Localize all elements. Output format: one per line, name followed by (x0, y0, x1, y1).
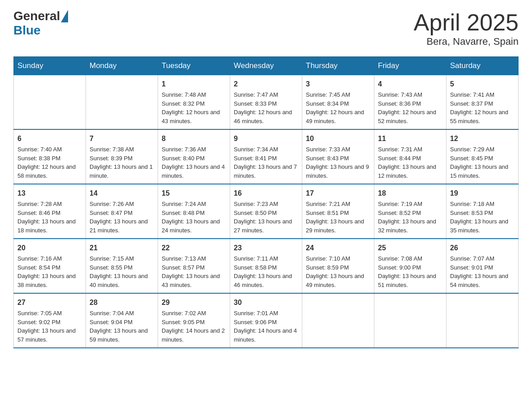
day-number: 18 (378, 188, 442, 199)
day-info: Sunrise: 7:31 AMSunset: 8:44 PMDaylight:… (378, 145, 442, 180)
day-number: 14 (90, 188, 154, 199)
cell-w3-d3: 16Sunrise: 7:23 AMSunset: 8:50 PMDayligh… (230, 184, 302, 239)
logo-general-text: General (13, 9, 60, 23)
day-info: Sunrise: 7:48 AMSunset: 8:32 PMDaylight:… (162, 90, 226, 125)
cell-w4-d1: 21Sunrise: 7:15 AMSunset: 8:55 PMDayligh… (86, 239, 158, 293)
cell-w5-d0: 27Sunrise: 7:05 AMSunset: 9:02 PMDayligh… (14, 293, 86, 348)
cell-w3-d6: 19Sunrise: 7:18 AMSunset: 8:53 PMDayligh… (446, 184, 519, 239)
day-number: 29 (162, 297, 226, 308)
cell-w3-d5: 18Sunrise: 7:19 AMSunset: 8:52 PMDayligh… (374, 184, 446, 239)
day-info: Sunrise: 7:23 AMSunset: 8:50 PMDaylight:… (234, 200, 298, 235)
cell-w1-d6: 5Sunrise: 7:41 AMSunset: 8:37 PMDaylight… (446, 75, 519, 130)
day-info: Sunrise: 7:26 AMSunset: 8:47 PMDaylight:… (90, 200, 154, 235)
cell-w2-d2: 8Sunrise: 7:36 AMSunset: 8:40 PMDaylight… (158, 129, 230, 184)
title-block: April 2025 Bera, Navarre, Spain (414, 9, 519, 47)
cell-w2-d1: 7Sunrise: 7:38 AMSunset: 8:39 PMDaylight… (86, 129, 158, 184)
day-info: Sunrise: 7:21 AMSunset: 8:51 PMDaylight:… (306, 200, 370, 235)
cell-w4-d5: 25Sunrise: 7:08 AMSunset: 9:00 PMDayligh… (374, 239, 446, 293)
cell-w2-d6: 12Sunrise: 7:29 AMSunset: 8:45 PMDayligh… (446, 129, 519, 184)
day-number: 5 (450, 79, 515, 90)
day-info: Sunrise: 7:34 AMSunset: 8:41 PMDaylight:… (234, 145, 298, 180)
cell-w5-d5 (374, 293, 446, 348)
cell-w4-d2: 22Sunrise: 7:13 AMSunset: 8:57 PMDayligh… (158, 239, 230, 293)
day-number: 20 (17, 243, 82, 253)
day-number: 25 (378, 243, 442, 253)
day-number: 2 (234, 79, 298, 90)
cell-w3-d2: 15Sunrise: 7:24 AMSunset: 8:48 PMDayligh… (158, 184, 230, 239)
day-info: Sunrise: 7:04 AMSunset: 9:04 PMDaylight:… (90, 309, 154, 344)
logo: General Blue (13, 9, 68, 38)
cell-w5-d6 (446, 293, 519, 348)
header-wednesday: Wednesday (230, 57, 302, 75)
day-number: 22 (162, 243, 226, 253)
day-info: Sunrise: 7:40 AMSunset: 8:38 PMDaylight:… (17, 145, 82, 180)
cell-w3-d4: 17Sunrise: 7:21 AMSunset: 8:51 PMDayligh… (302, 184, 374, 239)
day-number: 9 (234, 133, 298, 144)
day-info: Sunrise: 7:07 AMSunset: 9:01 PMDaylight:… (450, 254, 515, 289)
day-number: 23 (234, 243, 298, 253)
day-number: 8 (162, 133, 226, 144)
day-number: 4 (378, 79, 442, 90)
cell-w1-d2: 1Sunrise: 7:48 AMSunset: 8:32 PMDaylight… (158, 75, 230, 130)
day-number: 13 (17, 188, 82, 199)
cell-w4-d6: 26Sunrise: 7:07 AMSunset: 9:01 PMDayligh… (446, 239, 519, 293)
cell-w4-d0: 20Sunrise: 7:16 AMSunset: 8:54 PMDayligh… (14, 239, 86, 293)
header-thursday: Thursday (302, 57, 374, 75)
day-info: Sunrise: 7:02 AMSunset: 9:05 PMDaylight:… (162, 309, 226, 344)
day-info: Sunrise: 7:18 AMSunset: 8:53 PMDaylight:… (450, 200, 515, 235)
cell-w1-d5: 4Sunrise: 7:43 AMSunset: 8:36 PMDaylight… (374, 75, 446, 130)
day-number: 12 (450, 133, 515, 144)
day-number: 30 (234, 297, 298, 308)
header-saturday: Saturday (446, 57, 519, 75)
cell-w5-d1: 28Sunrise: 7:04 AMSunset: 9:04 PMDayligh… (86, 293, 158, 348)
week-row-3: 13Sunrise: 7:28 AMSunset: 8:46 PMDayligh… (14, 184, 519, 239)
header-friday: Friday (374, 57, 446, 75)
day-number: 3 (306, 79, 370, 90)
day-info: Sunrise: 7:43 AMSunset: 8:36 PMDaylight:… (378, 90, 442, 125)
day-number: 15 (162, 188, 226, 199)
day-info: Sunrise: 7:05 AMSunset: 9:02 PMDaylight:… (17, 309, 82, 344)
cell-w1-d0 (14, 75, 86, 130)
page-header: General Blue April 2025 Bera, Navarre, S… (13, 9, 519, 47)
day-info: Sunrise: 7:08 AMSunset: 9:00 PMDaylight:… (378, 254, 442, 289)
day-number: 26 (450, 243, 515, 253)
cell-w4-d3: 23Sunrise: 7:11 AMSunset: 8:58 PMDayligh… (230, 239, 302, 293)
day-info: Sunrise: 7:45 AMSunset: 8:34 PMDaylight:… (306, 90, 370, 125)
day-number: 7 (90, 133, 154, 144)
weekday-header-row: Sunday Monday Tuesday Wednesday Thursday… (14, 57, 519, 75)
header-monday: Monday (86, 57, 158, 75)
day-number: 17 (306, 188, 370, 199)
header-tuesday: Tuesday (158, 57, 230, 75)
day-info: Sunrise: 7:38 AMSunset: 8:39 PMDaylight:… (90, 145, 154, 180)
cell-w1-d4: 3Sunrise: 7:45 AMSunset: 8:34 PMDaylight… (302, 75, 374, 130)
cell-w3-d1: 14Sunrise: 7:26 AMSunset: 8:47 PMDayligh… (86, 184, 158, 239)
cell-w5-d2: 29Sunrise: 7:02 AMSunset: 9:05 PMDayligh… (158, 293, 230, 348)
calendar-table: Sunday Monday Tuesday Wednesday Thursday… (13, 56, 519, 348)
logo-triangle-icon (61, 10, 68, 22)
day-number: 10 (306, 133, 370, 144)
day-number: 6 (17, 133, 82, 144)
logo-blue-text: Blue (13, 23, 41, 38)
cell-w5-d4 (302, 293, 374, 348)
day-info: Sunrise: 7:24 AMSunset: 8:48 PMDaylight:… (162, 200, 226, 235)
day-info: Sunrise: 7:33 AMSunset: 8:43 PMDaylight:… (306, 145, 370, 180)
day-number: 28 (90, 297, 154, 308)
day-info: Sunrise: 7:10 AMSunset: 8:59 PMDaylight:… (306, 254, 370, 289)
week-row-5: 27Sunrise: 7:05 AMSunset: 9:02 PMDayligh… (14, 293, 519, 348)
day-number: 11 (378, 133, 442, 144)
day-info: Sunrise: 7:28 AMSunset: 8:46 PMDaylight:… (17, 200, 82, 235)
day-number: 21 (90, 243, 154, 253)
day-number: 16 (234, 188, 298, 199)
cell-w3-d0: 13Sunrise: 7:28 AMSunset: 8:46 PMDayligh… (14, 184, 86, 239)
cell-w2-d4: 10Sunrise: 7:33 AMSunset: 8:43 PMDayligh… (302, 129, 374, 184)
day-info: Sunrise: 7:01 AMSunset: 9:06 PMDaylight:… (234, 309, 298, 344)
day-info: Sunrise: 7:19 AMSunset: 8:52 PMDaylight:… (378, 200, 442, 235)
cell-w2-d5: 11Sunrise: 7:31 AMSunset: 8:44 PMDayligh… (374, 129, 446, 184)
cell-w4-d4: 24Sunrise: 7:10 AMSunset: 8:59 PMDayligh… (302, 239, 374, 293)
cell-w1-d3: 2Sunrise: 7:47 AMSunset: 8:33 PMDaylight… (230, 75, 302, 130)
day-info: Sunrise: 7:16 AMSunset: 8:54 PMDaylight:… (17, 254, 82, 289)
day-info: Sunrise: 7:47 AMSunset: 8:33 PMDaylight:… (234, 90, 298, 125)
day-info: Sunrise: 7:41 AMSunset: 8:37 PMDaylight:… (450, 90, 515, 125)
cell-w5-d3: 30Sunrise: 7:01 AMSunset: 9:06 PMDayligh… (230, 293, 302, 348)
cell-w1-d1 (86, 75, 158, 130)
